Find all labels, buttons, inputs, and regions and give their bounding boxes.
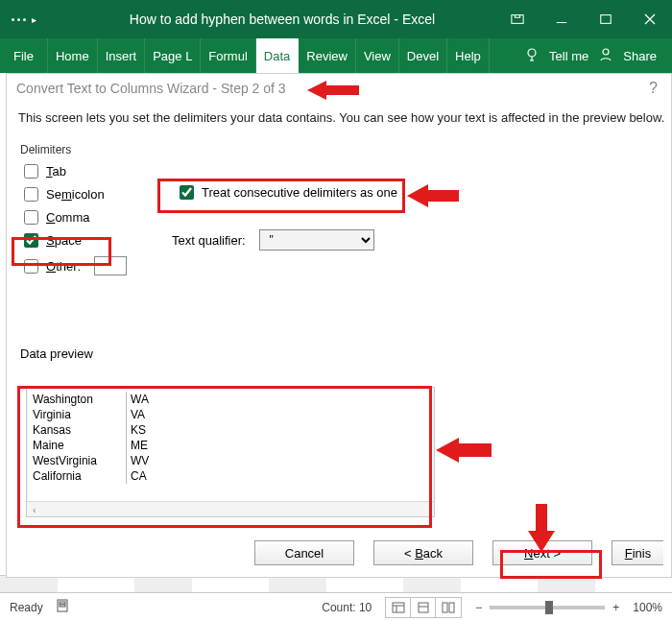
back-button[interactable]: < Back: [373, 540, 473, 565]
delimiter-other-input[interactable]: [94, 256, 127, 275]
tab-formulas[interactable]: Formul: [201, 38, 255, 73]
zoom-slider[interactable]: − +: [475, 601, 619, 614]
tab-review[interactable]: Review: [299, 38, 356, 73]
dialog-instruction: This screen lets you set the delimiters …: [7, 103, 671, 138]
preview-column-1: Washington Virginia Kansas Maine WestVir…: [33, 392, 127, 484]
preview-cell: WestVirginia: [33, 453, 126, 468]
delimiter-space-checkbox[interactable]: [24, 233, 38, 248]
preview-cell: Maine: [33, 438, 126, 453]
view-pagelayout-icon[interactable]: [411, 598, 436, 617]
tab-file[interactable]: File: [0, 38, 48, 73]
svg-rect-19: [419, 603, 428, 612]
delimiter-space[interactable]: Space: [24, 233, 145, 248]
cancel-button[interactable]: Cancel: [254, 540, 354, 565]
preview-cell: Virginia: [33, 407, 126, 422]
finish-button[interactable]: Finis: [612, 540, 663, 565]
delimiters-group: Delimiters Tab Semicolon Comma Space Oth…: [20, 143, 145, 284]
preview-cell: Washington: [33, 392, 126, 407]
maximize-button[interactable]: [584, 0, 628, 38]
minimize-button[interactable]: [540, 0, 584, 38]
share-icon: [598, 47, 613, 65]
delimiter-comma-checkbox[interactable]: [24, 210, 38, 225]
tab-help[interactable]: Help: [447, 38, 490, 73]
treat-consecutive[interactable]: Treat consecutive delimiters as one: [172, 185, 397, 200]
window-controls: [495, 0, 672, 38]
delimiter-tab[interactable]: Tab: [24, 164, 145, 179]
tab-home[interactable]: Home: [48, 38, 98, 73]
chevron-right-icon: ▸: [32, 14, 36, 25]
text-to-columns-dialog: Convert Text to Columns Wizard - Step 2 …: [6, 73, 672, 578]
preview-cell: CA: [131, 468, 169, 484]
scroll-left-icon: ‹: [33, 504, 36, 515]
zoom-track[interactable]: [490, 606, 605, 609]
data-preview-box: Washington Virginia Kansas Maine WestVir…: [26, 387, 435, 517]
svg-point-5: [528, 49, 536, 57]
status-bar: Ready Count: 10 − + 100%: [0, 592, 672, 621]
svg-rect-22: [449, 603, 454, 612]
text-qualifier-select[interactable]: ": [259, 229, 374, 251]
tab-pagelayout[interactable]: Page L: [145, 38, 201, 73]
text-qualifier-row: Text qualifier: ": [172, 229, 374, 251]
more-icon: [12, 18, 26, 21]
svg-rect-2: [601, 15, 612, 24]
delimiter-semicolon[interactable]: Semicolon: [24, 187, 145, 202]
preview-cell: WA: [131, 392, 169, 407]
svg-rect-0: [512, 15, 523, 24]
dialog-button-row: Cancel < Back Next > Finis: [7, 540, 671, 565]
quick-access[interactable]: ▸: [0, 14, 69, 25]
preview-cell: VA: [131, 407, 169, 422]
data-preview-label: Data preview: [20, 346, 93, 361]
view-pagebreak-icon[interactable]: [436, 598, 461, 617]
dialog-title: Convert Text to Columns Wizard - Step 2 …: [16, 81, 286, 96]
ribbon-tabs: File Home Insert Page L Formul Data Revi…: [0, 38, 672, 73]
next-button[interactable]: Next >: [492, 540, 592, 565]
treat-consecutive-checkbox[interactable]: [180, 185, 194, 200]
svg-rect-14: [60, 602, 65, 604]
view-switcher[interactable]: [385, 597, 462, 618]
text-qualifier-label: Text qualifier:: [172, 233, 246, 248]
svg-rect-21: [443, 603, 447, 612]
zoom-out-icon[interactable]: −: [475, 601, 482, 614]
window-titlebar: ▸ How to add hyphen between words in Exc…: [0, 0, 672, 38]
zoom-percentage[interactable]: 100%: [633, 601, 662, 614]
status-count: Count: 10: [322, 601, 372, 614]
window-title: How to add hyphen between words in Excel…: [69, 12, 495, 27]
tab-insert[interactable]: Insert: [98, 38, 146, 73]
preview-column-2: WA VA KS ME WV CA: [127, 392, 169, 484]
preview-cell: KS: [131, 422, 169, 438]
tell-me[interactable]: Tell me: [549, 49, 588, 63]
delimiter-semicolon-checkbox[interactable]: [24, 187, 38, 202]
tab-developer[interactable]: Devel: [399, 38, 447, 73]
zoom-thumb[interactable]: [545, 601, 553, 614]
close-button[interactable]: [628, 0, 672, 38]
preview-cell: WV: [131, 453, 169, 468]
tab-view[interactable]: View: [356, 38, 399, 73]
view-normal-icon[interactable]: [386, 598, 411, 617]
svg-rect-15: [60, 605, 65, 607]
macro-record-icon[interactable]: [57, 599, 72, 615]
preview-cell: Kansas: [33, 422, 126, 438]
delimiter-other[interactable]: Other:: [24, 256, 145, 275]
ribbon-display-button[interactable]: [495, 0, 540, 38]
svg-rect-16: [393, 603, 404, 612]
delimiter-other-checkbox[interactable]: [24, 259, 38, 274]
delimiter-tab-checkbox[interactable]: [24, 164, 38, 179]
delimiters-legend: Delimiters: [20, 143, 145, 156]
tab-data[interactable]: Data: [256, 38, 299, 73]
lightbulb-icon: [524, 47, 540, 65]
delimiter-comma[interactable]: Comma: [24, 210, 145, 225]
share-button[interactable]: Share: [623, 49, 657, 63]
zoom-in-icon[interactable]: +: [612, 601, 619, 614]
preview-cell: ME: [131, 438, 169, 453]
preview-cell: California: [33, 468, 126, 484]
preview-horizontal-scrollbar[interactable]: ‹: [27, 501, 434, 516]
status-ready: Ready: [10, 601, 43, 614]
svg-point-8: [603, 49, 609, 55]
dialog-help-button[interactable]: ?: [649, 80, 658, 97]
